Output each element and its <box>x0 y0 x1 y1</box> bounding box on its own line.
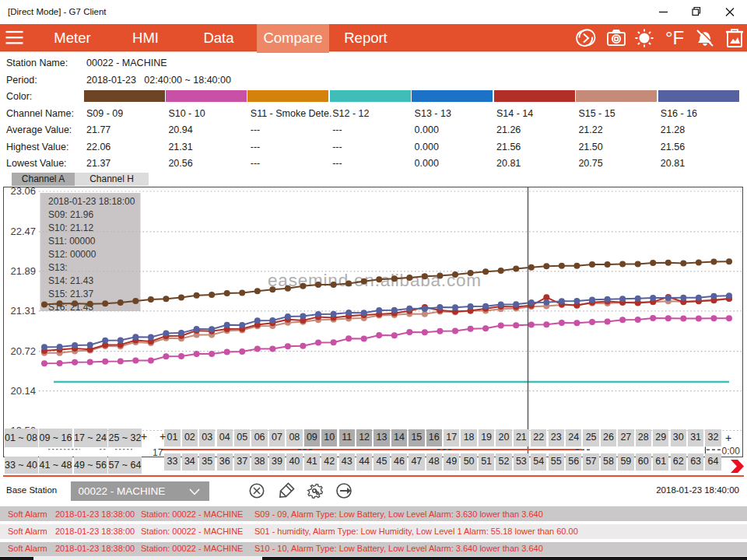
svg-text:S09: 21.96: S09: 21.96 <box>48 209 93 220</box>
svg-text:20.14: 20.14 <box>10 385 36 397</box>
svg-text:S12: 00000: S12: 00000 <box>48 249 96 260</box>
svg-text:21.89: 21.89 <box>10 265 36 277</box>
svg-text:S10: 21.12: S10: 21.12 <box>48 222 93 233</box>
svg-text:°F: °F <box>665 27 684 48</box>
svg-text:17: 17 <box>153 447 163 458</box>
svg-text:S15: 21.37: S15: 21.37 <box>48 289 93 299</box>
svg-text:S14: 21.43: S14: 21.43 <box>48 275 93 286</box>
svg-text:20.72: 20.72 <box>10 345 36 357</box>
svg-text:21.31: 21.31 <box>10 305 36 317</box>
svg-text:0:00: 0:00 <box>722 446 741 457</box>
svg-text:23.06: 23.06 <box>10 187 36 197</box>
svg-text:22.47: 22.47 <box>10 226 36 237</box>
svg-text:S11: 00000: S11: 00000 <box>48 236 96 247</box>
svg-text:2018-01-23 18:18:00: 2018-01-23 18:18:00 <box>48 196 135 207</box>
